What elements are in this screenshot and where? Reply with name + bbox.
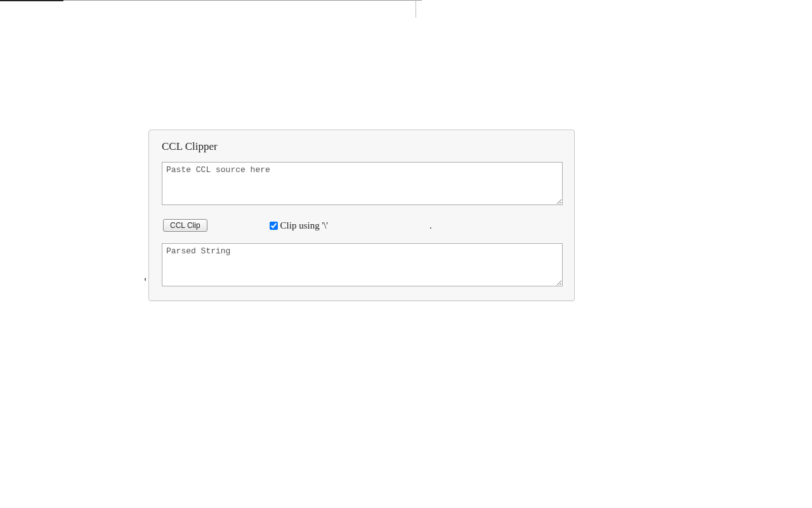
clip-using-backslash-label: Clip using '\' <box>280 220 328 231</box>
panel-title: CCL Clipper <box>162 140 564 153</box>
clip-using-backslash-checkbox[interactable] <box>270 222 278 230</box>
trailing-dot: . <box>429 220 432 231</box>
ccl-source-input[interactable] <box>162 162 563 205</box>
controls-row: CCL Clip Clip using '\' . <box>163 219 564 232</box>
top-tick-artifact <box>416 0 416 18</box>
clip-using-backslash-wrapper[interactable]: Clip using '\' <box>270 220 328 231</box>
parsed-string-output[interactable] <box>162 243 563 286</box>
top-border-artifact-dark <box>0 0 63 1</box>
artifact-dot <box>145 278 146 281</box>
ccl-clipper-panel: CCL Clipper CCL Clip Clip using '\' . <box>148 130 575 301</box>
ccl-clip-button[interactable]: CCL Clip <box>163 219 207 232</box>
